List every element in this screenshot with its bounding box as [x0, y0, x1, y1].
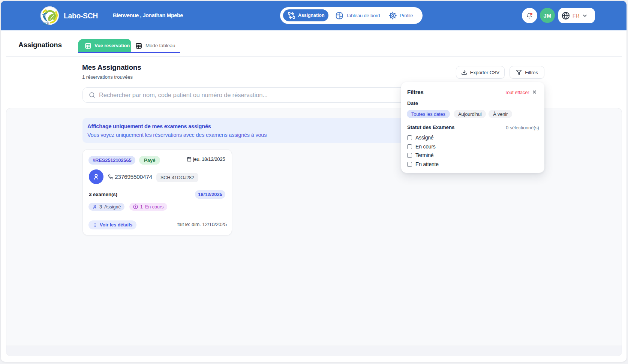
svg-text:SCH: SCH — [43, 22, 49, 25]
